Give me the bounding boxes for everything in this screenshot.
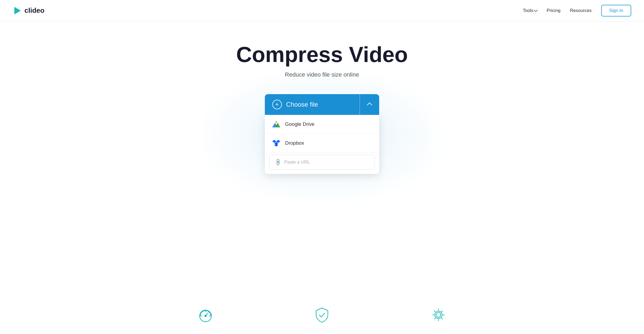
- feature-icons-row: [176, 306, 468, 334]
- sign-in-button[interactable]: Sign In: [601, 5, 631, 16]
- svg-marker-9: [274, 144, 278, 147]
- page-title: Compress Video: [236, 43, 408, 66]
- dropbox-label: Dropbox: [285, 140, 304, 146]
- chevron-down-icon: [534, 8, 538, 12]
- nav-links: Tools Pricing Resources Sign In: [523, 5, 631, 16]
- security-feature: [313, 306, 331, 323]
- choose-file-label: Choose file: [286, 101, 318, 108]
- svg-marker-4: [275, 120, 278, 123]
- logo-text: clideo: [24, 6, 44, 15]
- google-drive-label: Google Drive: [285, 121, 315, 127]
- pricing-nav-link[interactable]: Pricing: [547, 8, 561, 13]
- svg-marker-0: [14, 7, 21, 14]
- google-drive-option[interactable]: Google Drive: [265, 115, 379, 134]
- url-placeholder-text: Paste a URL: [284, 160, 310, 165]
- clideo-logo-icon: [13, 6, 22, 15]
- choose-file-main-area[interactable]: + Choose file: [265, 100, 359, 109]
- chevron-up-icon: [367, 102, 372, 108]
- dropbox-option[interactable]: Dropbox: [265, 134, 379, 153]
- speed-feature: [197, 306, 214, 323]
- shield-check-icon: [313, 306, 331, 323]
- plus-circle-icon: +: [272, 100, 282, 109]
- tools-nav-link[interactable]: Tools: [523, 8, 537, 13]
- google-drive-icon: [272, 120, 280, 128]
- resources-nav-link[interactable]: Resources: [570, 8, 592, 13]
- choose-file-button[interactable]: + Choose file: [265, 94, 379, 115]
- page-subtitle: Reduce video file size online: [285, 71, 359, 78]
- dropbox-icon: [272, 139, 280, 147]
- upload-widget: + Choose file: [265, 94, 379, 174]
- navbar: clideo Tools Pricing Resources Sign In: [0, 0, 644, 21]
- link-icon: 🔗: [274, 158, 282, 166]
- svg-point-16: [436, 312, 441, 317]
- hero-section: Compress Video Reduce video file size on…: [0, 21, 644, 334]
- svg-point-12: [205, 315, 206, 317]
- dropdown-toggle[interactable]: [360, 102, 379, 107]
- upload-dropdown-panel: Google Drive Dropbox 🔗 Paste a URL: [265, 115, 379, 174]
- settings-feature: [430, 306, 447, 323]
- speedometer-icon: [197, 306, 214, 323]
- plus-icon: +: [275, 102, 279, 107]
- url-input-row[interactable]: 🔗 Paste a URL: [269, 155, 375, 170]
- gear-icon: [430, 306, 447, 323]
- logo[interactable]: clideo: [13, 6, 44, 15]
